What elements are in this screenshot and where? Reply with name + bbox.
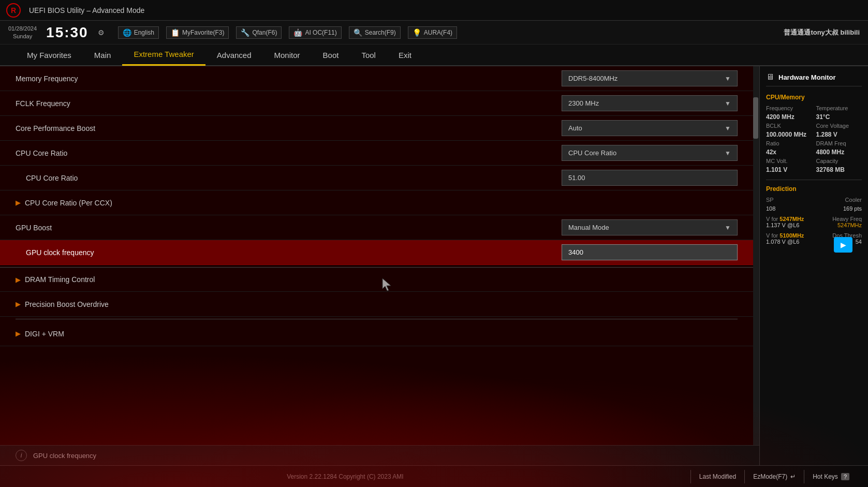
info-footer: i GPU clock frequency (0, 445, 759, 465)
hot-keys-badge: ? (841, 473, 849, 480)
control-fclk-frequency[interactable]: 2300 MHz ▼ (562, 95, 738, 111)
freq-value: 4200 MHz (766, 113, 812, 121)
control-gpu-boost[interactable]: Manual Mode ▼ (562, 219, 738, 235)
dropdown-value-memory-frequency: DDR5-8400MHz (568, 75, 617, 82)
dropdown-core-performance-boost[interactable]: Auto ▼ (562, 120, 738, 136)
row-cpu-core-ratio-value: CPU Core Ratio (0, 166, 753, 190)
label-precision-boost-overdrive: ▶ Precision Boost Overdrive (16, 300, 738, 308)
nav-item-main[interactable]: Main (83, 44, 123, 66)
rog-logo: R (6, 3, 21, 18)
row-dram-timing-control[interactable]: ▶ DRAM Timing Control (0, 267, 753, 292)
hw-monitor-title: Hardware Monitor (778, 73, 836, 81)
dropdown-value-fclk-frequency: 2300 MHz (568, 99, 599, 107)
label-gpu-clock-frequency: GPU clock frequency (26, 248, 562, 257)
section-divider (16, 319, 738, 319)
settings-gear-icon[interactable]: ⚙ (98, 28, 105, 37)
aura-label: AURA(F4) (424, 29, 452, 36)
bottom-bar: Version 2.22.1284 Copyright (C) 2023 AMI… (0, 465, 868, 487)
dropdown-value-gpu-boost: Manual Mode (568, 224, 609, 231)
cpu-memory-section-title: CPU/Memory (766, 94, 862, 101)
main-content: Memory Frequency DDR5-8400MHz ▼ FCLK Fre… (0, 66, 868, 465)
v-5247-row: V for 5247MHz Heavy Freq (766, 216, 862, 222)
input-gpu-clock-frequency[interactable] (562, 244, 738, 260)
ai-oc-button[interactable]: 🤖 AI OC(F11) (289, 26, 341, 39)
dropdown-gpu-boost[interactable]: Manual Mode ▼ (562, 219, 738, 235)
row-precision-boost-overdrive[interactable]: ▶ Precision Boost Overdrive (0, 292, 753, 317)
dropdown-fclk-frequency[interactable]: 2300 MHz ▼ (562, 95, 738, 111)
prediction-row-sp: SP Cooler (766, 197, 862, 203)
label-dram-timing-control: ▶ DRAM Timing Control (16, 275, 738, 284)
bottom-version-area: Version 2.22.1284 Copyright (C) 2023 AMI (0, 473, 690, 480)
last-modified-label: Last Modified (699, 473, 736, 480)
control-cpu-core-ratio[interactable]: CPU Core Ratio ▼ (562, 145, 738, 161)
scrollbar-thumb[interactable] (753, 97, 758, 139)
dropdown-arrow-cpu-core-ratio: ▼ (725, 150, 731, 157)
dram-freq-value: 4800 MHz (816, 149, 862, 156)
fan-icon: 🔧 (241, 28, 249, 37)
nav-label-extreme-tweaker: Extreme Tweaker (134, 50, 194, 58)
label-memory-frequency: Memory Frequency (16, 75, 562, 83)
control-core-performance-boost[interactable]: Auto ▼ (562, 120, 738, 136)
nav-item-tool[interactable]: Tool (350, 44, 387, 66)
input-cpu-core-ratio-value[interactable] (562, 170, 738, 186)
search-label: Search(F9) (365, 29, 396, 36)
qfan-label: Qfan(F6) (252, 29, 277, 36)
bios-title: UEFI BIOS Utility – Advanced Mode (29, 6, 144, 14)
dropdown-cpu-core-ratio[interactable]: CPU Core Ratio ▼ (562, 145, 738, 161)
heavy-freq-value: 5247MHz (837, 222, 862, 228)
ai-icon: 🤖 (293, 28, 302, 37)
last-modified-button[interactable]: Last Modified (690, 470, 744, 483)
hot-keys-button[interactable]: Hot Keys ? (804, 470, 858, 483)
settings-panel: Memory Frequency DDR5-8400MHz ▼ FCLK Fre… (0, 66, 753, 465)
row-cpu-core-ratio-per-ccx[interactable]: ▶ CPU Core Ratio (Per CCX) (0, 190, 753, 215)
cooler-label: Cooler (845, 197, 862, 203)
label-digi-vrm: ▶ DIGI + VRM (16, 330, 738, 338)
ezmode-icon: ↵ (790, 473, 796, 480)
nav-item-monitor[interactable]: Monitor (263, 44, 312, 66)
row-gpu-clock-frequency[interactable]: GPU clock frequency (0, 240, 753, 265)
header-bar: 01/28/2024 Sunday 15:30 ⚙ 🌐 English 📋 My… (0, 21, 868, 45)
scrollbar[interactable] (753, 66, 759, 465)
search-button[interactable]: 🔍 Search(F9) (349, 26, 401, 39)
language-button[interactable]: 🌐 English (118, 26, 159, 39)
date-display: 01/28/2024 (8, 25, 37, 32)
version-text: Version 2.22.1284 Copyright (C) 2023 AMI (287, 473, 403, 480)
nav-item-my-favorites[interactable]: My Favorites (16, 44, 83, 66)
prediction-section-title: Prediction (766, 185, 862, 193)
settings-table: Memory Frequency DDR5-8400MHz ▼ FCLK Fre… (0, 66, 753, 346)
nav-item-advanced[interactable]: Advanced (205, 44, 263, 66)
v-5247-value: 1.137 V @L6 (766, 222, 799, 228)
expand-arrow-cpu-core-ratio-per-ccx: ▶ (16, 199, 21, 206)
mc-volt-value: 1.101 V (766, 166, 812, 173)
aura-button[interactable]: 💡 AURA(F4) (408, 26, 457, 39)
qfan-button[interactable]: 🔧 Qfan(F6) (236, 26, 282, 39)
freq-5247-highlight: 5247MHz (779, 216, 804, 222)
mc-volt-label: MC Volt. (766, 158, 812, 164)
cooler-value: 169 pts (843, 205, 862, 212)
nav-item-exit[interactable]: Exit (387, 44, 423, 66)
my-favorite-button[interactable]: 📋 MyFavorite(F3) (166, 26, 229, 39)
control-memory-frequency[interactable]: DDR5-8400MHz ▼ (562, 70, 738, 86)
v-5100-value: 1.078 V @L6 (766, 239, 799, 245)
sp-value: 108 (766, 205, 775, 212)
monitor-icon: 🖥 (766, 72, 774, 82)
bilibili-play-button[interactable]: ▶ (834, 237, 852, 253)
nav-label-boot: Boot (323, 51, 339, 60)
row-core-performance-boost: Core Performance Boost Auto ▼ (0, 116, 753, 141)
control-gpu-clock-frequency[interactable] (562, 244, 738, 260)
expand-arrow-dram-timing-control: ▶ (16, 276, 21, 284)
aura-icon: 💡 (413, 28, 421, 37)
bclk-label: BCLK (766, 123, 812, 129)
nav-item-extreme-tweaker[interactable]: Extreme Tweaker (122, 44, 205, 66)
v-5247-label: V for 5247MHz (766, 216, 804, 222)
control-cpu-core-ratio-value[interactable] (562, 170, 738, 186)
dropdown-memory-frequency[interactable]: DDR5-8400MHz ▼ (562, 70, 738, 86)
nav-item-boot[interactable]: Boot (312, 44, 350, 66)
language-label: English (134, 29, 154, 36)
ezmode-button[interactable]: EzMode(F7) ↵ (744, 470, 804, 483)
row-digi-vrm[interactable]: ▶ DIGI + VRM (0, 321, 753, 346)
v-5100-label: V for 5100MHz (766, 232, 804, 239)
dropdown-value-cpu-core-ratio: CPU Core Ratio (568, 149, 616, 157)
nav-bar: My Favorites Main Extreme Tweaker Advanc… (0, 45, 868, 66)
label-gpu-boost: GPU Boost (16, 224, 562, 232)
